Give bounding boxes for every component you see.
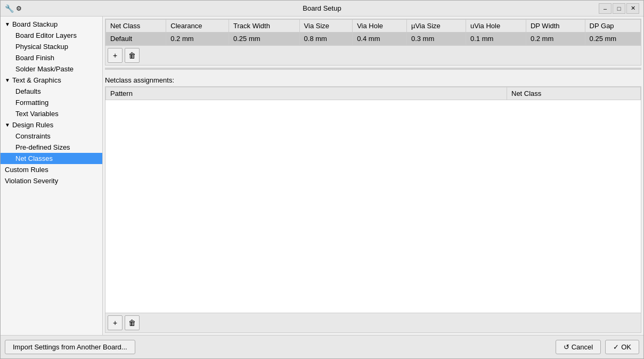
ok-icon: ✓ — [613, 343, 619, 351]
content-area: ▼Board StackupBoard Editor LayersPhysica… — [1, 17, 643, 335]
sidebar-item-custom-rules[interactable]: Custom Rules — [1, 164, 102, 175]
sidebar-item-label: Constraints — [15, 132, 51, 140]
netclasses-table-container: Net Class Clearance Track Width Via Size… — [105, 19, 641, 46]
footer-left: Import Settings from Another Board... — [5, 340, 135, 354]
col-clearance: Clearance — [166, 20, 229, 32]
sidebar-item-solder-mask-paste[interactable]: Solder Mask/Paste — [1, 63, 102, 75]
sidebar-item-label: Text Variables — [15, 110, 59, 118]
cell-via_hole: 0.4 mm — [353, 32, 407, 45]
col-via-hole: Via Hole — [353, 20, 407, 32]
cell-uvia_size: 0.3 mm — [406, 32, 466, 45]
close-button[interactable]: ✕ — [626, 3, 639, 14]
import-button[interactable]: Import Settings from Another Board... — [5, 340, 135, 354]
sidebar-item-label: Physical Stackup — [15, 43, 68, 51]
sidebar-item-constraints[interactable]: Constraints — [1, 130, 102, 142]
cancel-label: Cancel — [572, 343, 593, 351]
sidebar-item-board-stackup[interactable]: ▼Board Stackup — [1, 19, 102, 30]
assignments-tbody — [106, 100, 641, 164]
cell-uvia_hole: 0.1 mm — [466, 32, 526, 45]
minimize-button[interactable]: – — [599, 3, 612, 14]
sidebar-item-label: Board Finish — [15, 54, 54, 62]
assignments-header-row: Pattern Net Class — [106, 87, 641, 100]
sidebar-item-net-classes[interactable]: Net Classes — [1, 153, 102, 164]
sidebar-item-text-variables[interactable]: Text Variables — [1, 108, 102, 119]
netclass-assignments-table-container: Pattern Net Class — [105, 86, 641, 313]
main-window: 🔧 ⚙ Board Setup – □ ✕ ▼Board StackupBoar… — [0, 0, 644, 359]
titlebar-app-icons: 🔧 ⚙ — [5, 4, 22, 13]
sidebar-item-label: Board Stackup — [12, 20, 58, 28]
sidebar-item-label: Pre-defined Sizes — [15, 143, 70, 151]
sidebar-item-text-graphics[interactable]: ▼Text & Graphics — [1, 75, 102, 86]
sidebar-item-design-rules[interactable]: ▼Design Rules — [1, 119, 102, 130]
sidebar-item-pre-defined-sizes[interactable]: Pre-defined Sizes — [1, 142, 102, 153]
sidebar-item-label: Defaults — [15, 87, 41, 95]
footer-right: ↺ Cancel ✓ OK — [556, 340, 639, 354]
sidebar-item-label: Net Classes — [15, 154, 53, 162]
sidebar-item-label: Custom Rules — [5, 166, 48, 174]
sidebar-item-label: Formatting — [15, 99, 48, 107]
col-pattern: Pattern — [106, 87, 507, 100]
sidebar-item-formatting[interactable]: Formatting — [1, 97, 102, 108]
cell-track_width: 0.25 mm — [229, 32, 300, 45]
sidebar-item-board-finish[interactable]: Board Finish — [1, 52, 102, 63]
col-uvia-size: µVia Size — [406, 20, 466, 32]
add-assignment-button[interactable]: + — [108, 315, 123, 330]
col-uvia-hole: uVia Hole — [466, 20, 526, 32]
window-title: Board Setup — [303, 4, 341, 12]
settings-icon: ⚙ — [16, 5, 22, 12]
col-track-width: Track Width — [229, 20, 300, 32]
footer: Import Settings from Another Board... ↺ … — [1, 335, 643, 358]
delete-assignment-button[interactable]: 🗑 — [125, 315, 140, 330]
sidebar-item-label: Board Editor Layers — [15, 31, 77, 39]
delete-netclass-button[interactable]: 🗑 — [125, 48, 140, 63]
netclasses-toolbar-top: + 🗑 — [105, 46, 641, 66]
chevron-icon: ▼ — [5, 21, 10, 27]
restore-button[interactable]: □ — [613, 3, 625, 14]
assignments-empty-row — [106, 100, 641, 164]
cell-clearance: 0.2 mm — [166, 32, 229, 45]
sidebar-item-defaults[interactable]: Defaults — [1, 86, 102, 97]
main-panel: Net Class Clearance Track Width Via Size… — [103, 17, 643, 335]
netclass-assignments-section: Netclass assignments: Pattern Net Class — [105, 74, 641, 333]
col-via-size: Via Size — [299, 20, 353, 32]
sidebar-item-label: Text & Graphics — [12, 76, 61, 84]
table-row[interactable]: Default0.2 mm0.25 mm0.8 mm0.4 mm0.3 mm0.… — [106, 32, 641, 45]
col-dp-gap: DP Gap — [585, 20, 640, 32]
cancel-icon: ↺ — [564, 343, 569, 351]
window-controls: – □ ✕ — [599, 3, 639, 14]
cell-dp_gap: 0.25 mm — [585, 32, 640, 45]
col-net-class-assign: Net Class — [507, 87, 641, 100]
app-icon: 🔧 — [5, 4, 14, 13]
netclasses-table: Net Class Clearance Track Width Via Size… — [105, 19, 641, 45]
separator — [105, 68, 641, 70]
sidebar-item-label: Design Rules — [12, 121, 53, 129]
sidebar: ▼Board StackupBoard Editor LayersPhysica… — [1, 17, 103, 335]
cancel-button[interactable]: ↺ Cancel — [556, 340, 601, 354]
sidebar-item-physical-stackup[interactable]: Physical Stackup — [1, 41, 102, 52]
cell-via_size: 0.8 mm — [299, 32, 353, 45]
sidebar-item-board-editor-layers[interactable]: Board Editor Layers — [1, 30, 102, 41]
add-netclass-button[interactable]: + — [108, 48, 123, 63]
netclass-assignments-table: Pattern Net Class — [105, 87, 641, 164]
sidebar-item-violation-severity[interactable]: Violation Severity — [1, 175, 102, 186]
chevron-icon: ▼ — [5, 77, 10, 83]
table-header-row: Net Class Clearance Track Width Via Size… — [106, 20, 641, 32]
col-dp-width: DP Width — [526, 20, 585, 32]
netclass-assignments-label: Netclass assignments: — [105, 74, 641, 86]
ok-button[interactable]: ✓ OK — [605, 340, 639, 354]
cell-dp_width: 0.2 mm — [526, 32, 585, 45]
sidebar-item-label: Solder Mask/Paste — [15, 65, 74, 73]
ok-label: OK — [621, 343, 631, 351]
netclasses-toolbar-bottom: + 🗑 — [105, 313, 641, 333]
chevron-icon: ▼ — [5, 122, 10, 128]
cell-net_class: Default — [106, 32, 166, 45]
sidebar-item-label: Violation Severity — [5, 177, 58, 185]
col-net-class: Net Class — [106, 20, 166, 32]
titlebar: 🔧 ⚙ Board Setup – □ ✕ — [1, 1, 643, 17]
